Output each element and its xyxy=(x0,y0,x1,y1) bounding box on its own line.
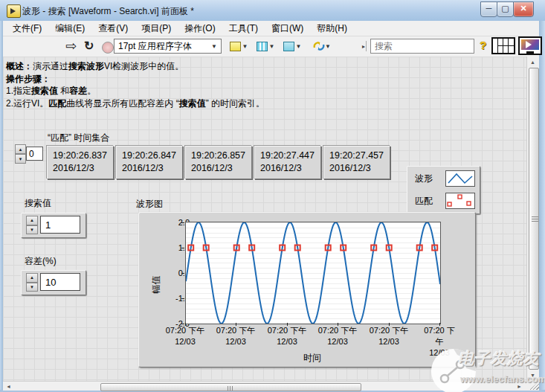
labview-logo-icon[interactable] xyxy=(518,36,542,55)
description-text: 概述：演示通过搜索波形VI检测波形中的值。 操作步骤： 1.指定搜索值 和容差。… xyxy=(6,60,326,109)
x-tick: 07:20 下午12/03 xyxy=(268,325,307,347)
vertical-scrollbar-thumb[interactable] xyxy=(529,68,539,370)
sine-wave-plot xyxy=(186,222,440,324)
menu-tools[interactable]: 工具(T) xyxy=(222,21,265,36)
tolerance-spinner[interactable]: ▲ ▼ xyxy=(26,273,38,292)
minimize-button[interactable]: ─ xyxy=(480,1,497,17)
distribute-objects-dropdown[interactable]: ▼ xyxy=(254,39,277,54)
title-bar[interactable]: 波形 - 搜索 [Waveform - Search.vi] 前面板 * ─ ▢… xyxy=(0,0,545,22)
search-box[interactable] xyxy=(370,39,474,54)
scatter-plot-icon xyxy=(446,193,474,208)
y-axis-label: 幅值 xyxy=(150,264,163,294)
menu-operate[interactable]: 操作(O) xyxy=(178,21,222,36)
pane-grid-icon[interactable] xyxy=(491,37,515,54)
menu-window[interactable]: 窗口(W) xyxy=(265,21,310,36)
menu-bar: 文件(F) 编辑(E) 查看(V) 项目(P) 操作(O) 工具(T) 窗口(W… xyxy=(3,21,539,36)
reorder-dropdown[interactable]: ▼ xyxy=(309,39,335,54)
x-tick: 07:20 下午12/03 xyxy=(370,325,409,347)
chart-title: 波形图 xyxy=(136,198,163,211)
resize-objects-icon xyxy=(283,42,294,51)
decrement-icon[interactable]: ▼ xyxy=(26,283,38,292)
x-tick: 07:20 下午12/03 xyxy=(318,325,358,347)
align-objects-dropdown[interactable]: ▼ xyxy=(228,39,250,54)
tolerance-control: ▲ ▼ 10 xyxy=(21,270,86,295)
horizontal-scrollbar[interactable]: ◄ ► xyxy=(3,381,526,391)
menu-view[interactable]: 查看(V) xyxy=(91,21,135,36)
tolerance-field[interactable]: 10 xyxy=(40,273,80,291)
time-cell: 19:20:26.8372016/12/3 xyxy=(47,146,114,179)
tolerance-label: 容差(%) xyxy=(25,255,57,268)
maximize-button[interactable]: ▢ xyxy=(497,1,514,17)
array-index-spinner[interactable]: ▲ ▼ xyxy=(15,144,26,164)
vertical-scrollbar[interactable]: ▲ ▼ xyxy=(526,57,539,381)
desc-line-3: 1.指定搜索值 和容差。 xyxy=(6,85,326,97)
scroll-right-icon[interactable]: ► xyxy=(517,384,522,389)
desc-line-1: 概述：演示通过搜索波形VI检测波形中的值。 xyxy=(6,60,326,73)
menu-file[interactable]: 文件(F) xyxy=(6,21,48,36)
waveform-graph: 幅值 2.0 1.0 0.0 -1.0 -2.0 07:20 下午12/03 0… xyxy=(138,212,476,367)
desc-line-4: 2.运行VI。匹配曲线将显示所有匹配容差内 “搜索值” 的时间索引。 xyxy=(6,97,326,110)
time-cell: 19:20:27.4472016/12/3 xyxy=(254,146,321,179)
plot-area[interactable] xyxy=(185,222,441,324)
time-array-label: “匹配” 时间集合 xyxy=(48,132,109,144)
legend-row-match: 匹配 xyxy=(407,189,480,211)
search-value-label: 搜索值 xyxy=(25,197,51,210)
legend-row-waveform: 波形 xyxy=(407,167,480,189)
help-icon[interactable]: ? xyxy=(480,39,486,51)
run-icon[interactable]: ⇨ xyxy=(65,38,77,54)
font-selector-value: 17pt 应用程序字体 xyxy=(118,40,192,53)
decrement-icon[interactable]: ▼ xyxy=(26,225,38,235)
resize-objects-dropdown[interactable]: ▼ xyxy=(281,39,303,54)
scroll-up-icon[interactable]: ▲ xyxy=(530,60,535,65)
close-button[interactable]: ✕ xyxy=(513,1,534,17)
legend-waveform-swatch[interactable] xyxy=(445,170,475,187)
chevron-down-icon: ▼ xyxy=(211,43,217,50)
increment-icon[interactable]: ▲ xyxy=(26,273,38,283)
search-value-spinner[interactable]: ▲ ▼ xyxy=(26,216,38,234)
time-cell: 19:20:27.4572016/12/3 xyxy=(323,146,390,179)
window-border-right xyxy=(539,21,545,392)
font-selector[interactable]: 17pt 应用程序字体 ▼ xyxy=(114,39,222,54)
time-cell: 19:20:26.8572016/12/3 xyxy=(185,146,252,179)
menu-help[interactable]: 帮助(H) xyxy=(310,21,354,36)
desc-line-2: 操作步骤： xyxy=(6,73,326,86)
scroll-down-icon[interactable]: ▼ xyxy=(530,373,535,378)
x-tick: 07:20 下午12/03 xyxy=(166,325,205,347)
align-objects-icon xyxy=(230,42,241,51)
x-tick: 07:20 下午12/03 xyxy=(216,325,256,347)
menu-project[interactable]: 项目(P) xyxy=(135,21,178,36)
window-title: 波形 - 搜索 [Waveform - Search.vi] 前面板 * xyxy=(22,5,194,18)
run-continuous-icon[interactable]: ↻ xyxy=(84,39,94,53)
legend-waveform-label: 波形 xyxy=(415,173,445,185)
time-cell: 19:20:26.8472016/12/3 xyxy=(116,146,183,179)
abort-icon[interactable] xyxy=(102,42,114,54)
reorder-icon xyxy=(313,40,325,52)
time-array: 19:20:26.8372016/12/3 19:20:26.8472016/1… xyxy=(47,146,390,179)
search-value-control: ▲ ▼ 1 xyxy=(21,213,86,238)
index-down-icon[interactable]: ▼ xyxy=(15,154,26,164)
increment-icon[interactable]: ▲ xyxy=(26,216,38,225)
x-axis-label: 时间 xyxy=(185,352,439,364)
plot-legend: 波形 匹配 xyxy=(407,166,480,214)
array-index-field[interactable]: 0 xyxy=(26,147,43,161)
search-input[interactable] xyxy=(371,40,491,52)
toolbar-splitter-icon[interactable]: ▸ xyxy=(362,40,370,52)
line-plot-icon xyxy=(446,171,474,186)
distribute-objects-icon xyxy=(257,42,268,51)
labview-app-icon xyxy=(7,4,21,18)
scroll-left-icon[interactable]: ◄ xyxy=(6,384,11,389)
search-value-field[interactable]: 1 xyxy=(40,216,80,234)
horizontal-scrollbar-thumb[interactable] xyxy=(100,383,361,391)
legend-match-swatch[interactable] xyxy=(445,193,475,209)
menu-edit[interactable]: 编辑(E) xyxy=(48,21,91,36)
legend-match-label: 匹配 xyxy=(415,195,445,208)
index-up-icon[interactable]: ▲ xyxy=(15,144,26,154)
